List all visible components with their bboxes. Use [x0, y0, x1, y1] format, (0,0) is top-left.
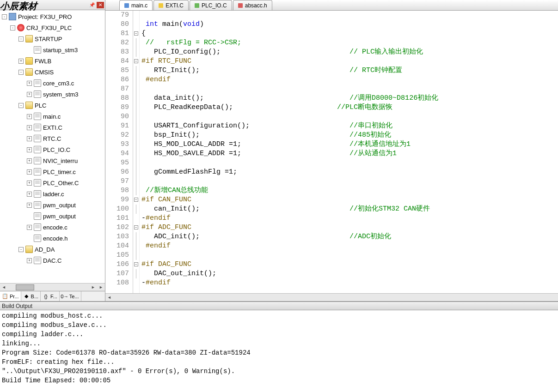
- file-NVIC_interru[interactable]: +NVIC_interru: [0, 155, 105, 166]
- editor-tab-EXTI.C[interactable]: EXTI.C: [153, 0, 189, 10]
- code-line[interactable]: -#endif: [141, 214, 558, 223]
- panel-close-icon[interactable]: ✕: [97, 2, 104, 8]
- project-tree[interactable]: -Project: FX3U_PRO-CRJ_FX3U_PLC-STARTUPs…: [0, 10, 105, 283]
- code-line[interactable]: PLC_ReadKeepData(); //PLC断电数据恢: [141, 103, 558, 112]
- code-line[interactable]: [141, 177, 558, 186]
- tree-expander-icon[interactable]: +: [27, 114, 32, 119]
- tree-expander-icon[interactable]: +: [27, 258, 32, 263]
- scroll-left-icon[interactable]: ◄: [0, 283, 8, 291]
- fold-toggle-icon[interactable]: −: [134, 198, 138, 202]
- editor-tab-absacc.h[interactable]: absacc.h: [233, 0, 272, 10]
- folder-STARTUP[interactable]: -STARTUP: [0, 33, 105, 44]
- panel-tab-1[interactable]: ◆B...: [21, 291, 41, 301]
- tree-expander-icon[interactable]: -: [2, 14, 7, 19]
- build-output-body[interactable]: compiling modbus_host.c...compiling modb…: [0, 310, 558, 384]
- panel-tab-2[interactable]: {}F...: [41, 291, 60, 301]
- tree-expander-icon[interactable]: +: [27, 81, 32, 86]
- tree-expander-icon[interactable]: +: [27, 147, 32, 152]
- code-line[interactable]: data_init(); //调用D8000~D8126初始化: [141, 94, 558, 103]
- code-line[interactable]: [141, 84, 558, 94]
- code-line[interactable]: -#endif: [141, 278, 558, 288]
- code-line[interactable]: PLC_IO_config(); // PLC输入输出初始化: [141, 48, 558, 57]
- code-line[interactable]: USART1_Configuration(); //串口初始化: [141, 121, 558, 131]
- folder-PLC[interactable]: -PLC: [0, 100, 105, 111]
- tree-expander-icon[interactable]: -: [18, 103, 24, 108]
- code-line[interactable]: #if CAN_FUNC: [141, 195, 558, 205]
- tree-expander-icon[interactable]: +: [27, 136, 32, 141]
- code-line[interactable]: HS_MOD_LOCAL_ADDR =1; //本机通信地址为1: [141, 140, 558, 149]
- tree-expander-icon[interactable]: +: [18, 59, 24, 64]
- code-line[interactable]: can_Init(); //初始化STM32 CAN硬件: [141, 205, 558, 214]
- file-EXTI.C[interactable]: +EXTI.C: [0, 122, 105, 133]
- code-line[interactable]: // rstFlg = RCC->CSR;: [141, 38, 558, 48]
- code-line[interactable]: [141, 251, 558, 260]
- fold-toggle-icon[interactable]: −: [134, 262, 138, 266]
- tree-expander-icon[interactable]: -: [18, 36, 24, 42]
- file-ladder.c[interactable]: +ladder.c: [0, 188, 105, 199]
- fold-toggle-icon[interactable]: −: [134, 225, 138, 229]
- panel-pin-icon[interactable]: 📌: [88, 2, 96, 8]
- code-line[interactable]: gCommLedFlashFlg =1;: [141, 168, 558, 177]
- tree-expander-icon[interactable]: +: [27, 125, 32, 130]
- code-line[interactable]: HS_MOD_SAVLE_ADDR =1; //从站通信为1: [141, 149, 558, 158]
- tree-expander-icon[interactable]: +: [27, 225, 32, 230]
- tree-expander-icon[interactable]: -: [18, 70, 24, 75]
- editor-hscroll[interactable]: ◄: [105, 293, 558, 301]
- code-line[interactable]: #if RTC_FUNC: [141, 57, 558, 66]
- code-line[interactable]: #if DAC_FUNC: [141, 260, 558, 269]
- code-line[interactable]: [141, 11, 558, 20]
- code-line[interactable]: #if ADC_FUNC: [141, 223, 558, 232]
- folder-CMSIS[interactable]: -CMSIS: [0, 66, 105, 78]
- file-encode.c[interactable]: +encode.c: [0, 222, 105, 233]
- file-PLC_timer.c[interactable]: +PLC_timer.c: [0, 166, 105, 177]
- tree-expander-icon[interactable]: +: [27, 192, 32, 197]
- tree-expander-icon[interactable]: -: [18, 247, 24, 252]
- code-line[interactable]: [141, 158, 558, 168]
- file-PLC_IO.C[interactable]: +PLC_IO.C: [0, 144, 105, 155]
- tree-expander-icon[interactable]: +: [27, 169, 32, 175]
- target-node[interactable]: -CRJ_FX3U_PLC: [0, 22, 105, 33]
- code-line[interactable]: bsp_Init(); //485初始化: [141, 131, 558, 140]
- file-startup_stm3[interactable]: startup_stm3: [0, 44, 105, 55]
- tree-expander-icon[interactable]: +: [27, 203, 32, 208]
- file-main.c[interactable]: +main.c: [0, 111, 105, 122]
- code-line[interactable]: [141, 112, 558, 121]
- fold-toggle-icon[interactable]: −: [134, 59, 138, 63]
- file-PLC_Other.C[interactable]: +PLC_Other.C: [0, 177, 105, 188]
- code-line[interactable]: //新增CAN总线功能: [141, 186, 558, 195]
- file-encode.h[interactable]: encode.h: [0, 233, 105, 244]
- code-editor[interactable]: 7980818283848586878889909192939495969798…: [105, 11, 558, 293]
- folder-AD_DA[interactable]: -AD_DA: [0, 244, 105, 255]
- editor-tab-main.c[interactable]: main.c: [119, 0, 153, 10]
- panel-tab-3[interactable]: 0→Te...: [60, 291, 81, 301]
- fold-toggle-icon[interactable]: −: [134, 31, 138, 36]
- code-line[interactable]: ADC_init(); //ADC初始化: [141, 232, 558, 241]
- folder-FWLB[interactable]: +FWLB: [0, 55, 105, 66]
- tree-expander-icon[interactable]: +: [27, 158, 32, 163]
- editor-tab-PLC_IO.C[interactable]: PLC_IO.C: [190, 0, 232, 10]
- fold-column[interactable]: −−−−−: [133, 11, 140, 293]
- file-RTC.C[interactable]: +RTC.C: [0, 133, 105, 144]
- code-line[interactable]: #endif: [141, 241, 558, 251]
- file-core_cm3.c[interactable]: +core_cm3.c: [0, 78, 105, 89]
- file-system_stm3[interactable]: +system_stm3: [0, 89, 105, 100]
- project-root[interactable]: -Project: FX3U_PRO: [0, 11, 105, 22]
- editor-scroll-left-icon[interactable]: ◄: [105, 294, 113, 301]
- tree-expander-icon[interactable]: -: [10, 25, 15, 30]
- code-line[interactable]: int main(void): [141, 20, 558, 29]
- tree-expander-icon[interactable]: +: [27, 92, 32, 97]
- file-DAC.C[interactable]: +DAC.C: [0, 255, 105, 266]
- code-line[interactable]: #endif: [141, 75, 558, 84]
- tree-hscroll[interactable]: ◄ ► ►: [0, 283, 105, 291]
- code-line[interactable]: RTC_Init(); // RTC时钟配置: [141, 66, 558, 75]
- file-pwm_output[interactable]: pwm_output: [0, 211, 105, 222]
- scroll-right-icon[interactable]: ►: [89, 283, 97, 291]
- code-line[interactable]: DAC_out_init();: [141, 269, 558, 278]
- panel-tab-0[interactable]: 📋Pr...: [0, 291, 21, 301]
- scroll-right2-icon[interactable]: ►: [97, 283, 105, 291]
- tree-expander-icon[interactable]: +: [27, 181, 32, 186]
- code-body[interactable]: int main(void){ // rstFlg = RCC->CSR; PL…: [140, 11, 558, 293]
- file-pwm_output[interactable]: +pwm_output: [0, 199, 105, 211]
- scroll-thumb[interactable]: [16, 284, 34, 290]
- code-line[interactable]: {: [141, 29, 558, 38]
